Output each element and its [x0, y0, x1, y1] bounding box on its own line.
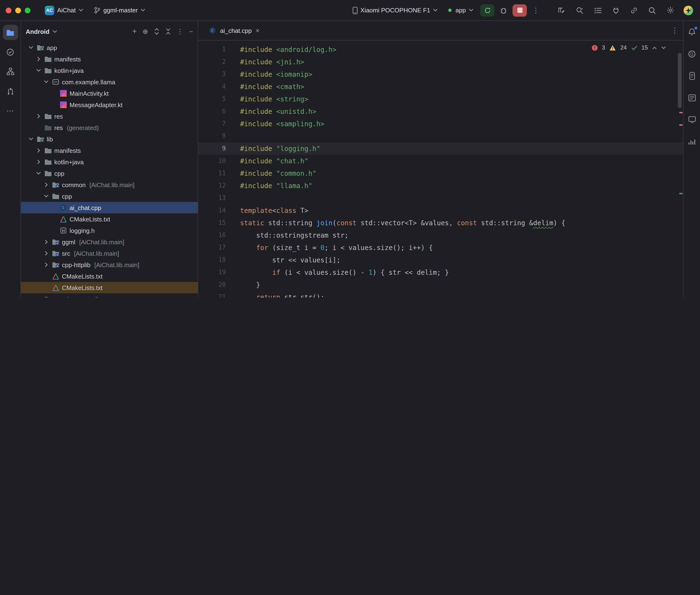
prev-problem-icon[interactable] — [652, 46, 657, 49]
project-tree-item[interactable]: res(generated) — [21, 122, 198, 133]
profile-button[interactable] — [682, 4, 695, 17]
project-tree-item[interactable]: res(generated) — [21, 293, 198, 298]
code-line[interactable]: 5#include <string> — [198, 93, 683, 105]
running-devices-button[interactable] — [686, 113, 698, 126]
project-tree-item[interactable]: cpp-httplib[AiChat.lib.main] — [21, 259, 198, 271]
branch-widget[interactable]: ggml-master — [90, 5, 149, 16]
project-tree-item[interactable]: MessageAdapter.kt — [21, 99, 198, 111]
tree-chevron-icon[interactable] — [43, 80, 50, 84]
project-tree-item[interactable]: res — [21, 111, 198, 122]
settings-button[interactable] — [664, 4, 676, 17]
project-tree-item[interactable]: src[AiChat.lib.main] — [21, 248, 198, 259]
code-line[interactable]: 11#include "common.h" — [198, 167, 683, 179]
error-stripe-mark[interactable] — [679, 124, 682, 126]
device-explorer-button[interactable] — [686, 69, 698, 82]
tree-chevron-icon[interactable] — [35, 171, 42, 175]
tree-chevron-icon[interactable] — [35, 148, 42, 153]
tree-chevron-icon[interactable] — [43, 194, 50, 198]
todo-list-button[interactable] — [592, 4, 604, 17]
editor-scrollbar[interactable] — [678, 53, 682, 108]
tree-chevron-icon[interactable] — [28, 137, 34, 141]
tree-chevron-icon[interactable] — [43, 262, 50, 267]
code-line[interactable]: 3#include <iomanip> — [198, 68, 683, 81]
debug-button[interactable] — [497, 4, 510, 17]
logcat-button[interactable] — [686, 91, 698, 104]
code-line[interactable]: 14template<class T> — [198, 204, 683, 217]
run-config-selector[interactable]: app — [445, 5, 477, 16]
gradle-button[interactable]: G — [686, 48, 698, 60]
tree-chevron-icon[interactable] — [35, 68, 42, 73]
locate-file-button[interactable]: ⊕ — [142, 28, 148, 35]
expand-all-button[interactable] — [154, 28, 160, 35]
app-insights-button[interactable] — [686, 135, 698, 148]
code-area[interactable]: 1#include <android/log.h>2#include <jni.… — [198, 40, 683, 298]
project-tree-item[interactable]: manifests — [21, 145, 198, 156]
tree-chevron-icon[interactable] — [35, 113, 42, 119]
code-line[interactable]: 7#include <sampling.h> — [198, 118, 683, 130]
project-tree-item[interactable]: Hlogging.h — [21, 225, 198, 236]
project-tool-button[interactable] — [3, 25, 18, 40]
code-line[interactable]: 17 for (size_t i = 0; i < values.size();… — [198, 242, 683, 254]
project-switcher[interactable]: AC AiChat — [41, 4, 87, 17]
structure-tool-button[interactable] — [3, 64, 18, 79]
collapse-all-button[interactable] — [165, 28, 171, 35]
panel-options-button[interactable]: ⋮ — [177, 28, 184, 35]
tree-chevron-icon[interactable] — [28, 46, 34, 50]
tree-chevron-icon[interactable] — [43, 251, 50, 256]
rerun-button[interactable] — [480, 4, 495, 17]
project-tree-item[interactable]: Cai_chat.cpp — [21, 202, 198, 213]
project-tree-item[interactable]: ggml[AiChat.lib.main] — [21, 236, 198, 248]
tree-chevron-icon[interactable] — [43, 182, 50, 188]
code-line[interactable]: 10#include "chat.h" — [198, 155, 683, 167]
stop-button[interactable] — [512, 4, 527, 17]
search-everywhere-button[interactable] — [646, 4, 658, 17]
close-tab-button[interactable]: × — [256, 27, 259, 34]
tree-chevron-icon[interactable] — [35, 56, 42, 62]
search-with-ai-button[interactable] — [573, 4, 586, 17]
project-tree-item[interactable]: MainActivity.kt — [21, 88, 198, 99]
code-line[interactable]: 9#include "logging.h" — [198, 142, 683, 155]
project-tree-item[interactable]: lib — [21, 133, 198, 145]
code-line[interactable]: 20 } — [198, 279, 683, 291]
ai-assistant-button[interactable] — [555, 4, 568, 17]
device-selector[interactable]: Xiaomi POCOPHONE F1 — [348, 4, 442, 16]
project-tree-item[interactable]: kotlin+java — [21, 65, 198, 76]
hide-panel-button[interactable]: − — [189, 28, 193, 35]
code-line[interactable]: 8 — [198, 130, 683, 142]
project-tree-item[interactable]: manifests — [21, 53, 198, 65]
change-stripe-mark[interactable] — [679, 193, 682, 194]
project-tree-item[interactable]: cpp — [21, 191, 198, 202]
code-line[interactable]: 12#include "llama.h" — [198, 179, 683, 192]
inspections-widget[interactable]: 3 24 15 — [591, 44, 666, 51]
error-stripe-mark[interactable] — [679, 112, 682, 113]
project-tree-item[interactable]: cpp — [21, 168, 198, 179]
sync-button[interactable] — [628, 4, 640, 17]
zoom-window-button[interactable] — [25, 7, 30, 13]
project-tree-item[interactable]: CMakeLists.txt — [21, 213, 198, 225]
minimize-window-button[interactable] — [15, 7, 21, 13]
project-view-selector[interactable]: Android — [26, 28, 50, 35]
project-tree-item[interactable]: common[AiChat.lib.main] — [21, 179, 198, 191]
editor-tab[interactable]: C ai_chat.cpp × — [203, 21, 265, 40]
tab-options-button[interactable]: ⋮ — [671, 26, 678, 35]
plugins-button[interactable] — [610, 4, 622, 17]
project-tree-item[interactable]: kotlin+java — [21, 156, 198, 168]
more-actions-button[interactable]: ⋮ — [530, 4, 542, 17]
tree-chevron-icon[interactable] — [35, 159, 42, 165]
pull-requests-tool-button[interactable] — [3, 83, 18, 98]
project-tree-item[interactable]: com.example.llama — [21, 76, 198, 88]
code-line[interactable]: 16 std::ostringstream str; — [198, 229, 683, 242]
project-tree-item[interactable]: CMakeLists.txt — [21, 282, 198, 293]
code-line[interactable]: 2#include <jni.h> — [198, 56, 683, 68]
tree-chevron-icon[interactable] — [43, 239, 50, 245]
code-line[interactable]: 4#include <cmath> — [198, 81, 683, 93]
code-line[interactable]: 18 str << values[i]; — [198, 254, 683, 266]
more-tool-windows-button[interactable]: ⋯ — [3, 103, 18, 118]
code-line[interactable]: 6#include <unistd.h> — [198, 105, 683, 118]
code-line[interactable]: 19 if (i < values.size() - 1) { str << d… — [198, 266, 683, 279]
project-tree-item[interactable]: app — [21, 42, 198, 53]
add-button[interactable]: + — [132, 27, 137, 36]
code-line[interactable]: 21 return str.str(); — [198, 291, 683, 298]
project-tree-item[interactable]: CMakeLists.txt — [21, 271, 198, 282]
close-window-button[interactable] — [6, 7, 11, 13]
